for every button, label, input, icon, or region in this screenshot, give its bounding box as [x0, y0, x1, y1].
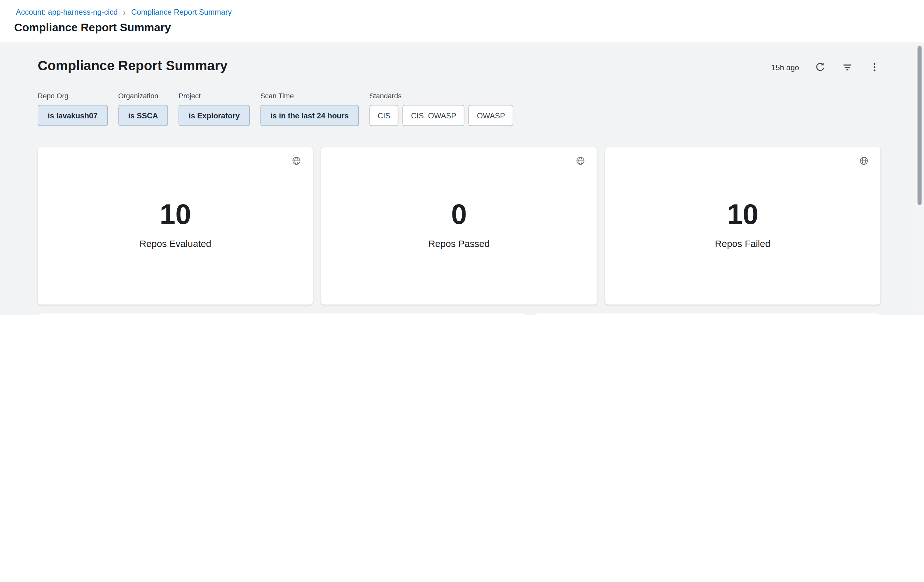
filter-label: Organization [118, 92, 168, 100]
stat-label: Repos Passed [429, 239, 490, 249]
filter-chip-repo-org[interactable]: is lavakush07 [38, 105, 107, 126]
breadcrumb-account-link[interactable]: Account: app-harness-ng-cicd [16, 8, 118, 16]
page-title: Compliance Report Summary [14, 21, 171, 34]
filter-label: Standards [370, 92, 513, 100]
scan-status-card: Scan Status [535, 313, 880, 315]
filter-label: Repo Org [38, 92, 107, 100]
stat-tiles-row: 10 Repos Evaluated 0 Repos Passed [38, 147, 880, 305]
app-window: Account: app-harness-ng-cicd › Complianc… [0, 0, 924, 315]
stat-card-repos-evaluated: 10 Repos Evaluated [38, 147, 313, 305]
standards-chip-cis-owasp[interactable]: CIS, OWASP [403, 105, 465, 126]
filter-chip-project[interactable]: is Exploratory [179, 105, 250, 126]
dashboard-actions: 15h ago [772, 61, 881, 73]
filter-chip-organization[interactable]: is SSCA [118, 105, 168, 126]
filter-project: Project is Exploratory [179, 92, 250, 126]
filter-icon[interactable] [842, 61, 853, 73]
filter-bar: Repo Org is lavakush07 Organization is S… [38, 92, 513, 126]
last-updated-label: 15h ago [772, 63, 799, 72]
latest-repositories-card: Latest Repositories Status Repo URL [38, 313, 526, 315]
bottom-row: Latest Repositories Status Repo URL [38, 313, 880, 315]
filter-label: Project [179, 92, 250, 100]
standards-chip-cis[interactable]: CIS [370, 105, 399, 126]
breadcrumb-chevron-icon: › [123, 7, 126, 16]
stat-label: Repos Evaluated [139, 239, 211, 249]
filter-repo-org: Repo Org is lavakush07 [38, 92, 107, 126]
filter-scan-time: Scan Time is in the last 24 hours [260, 92, 359, 126]
filter-standards: Standards CIS CIS, OWASP OWASP [370, 92, 513, 126]
scrollbar-track [914, 43, 924, 315]
stat-label: Repos Failed [715, 239, 771, 249]
breadcrumb-current-link[interactable]: Compliance Report Summary [131, 8, 232, 16]
dashboard-title: Compliance Report Summary [38, 58, 228, 74]
filter-label: Scan Time [260, 92, 359, 100]
standards-chip-group: CIS CIS, OWASP OWASP [370, 105, 513, 126]
globe-icon[interactable] [858, 155, 870, 167]
page-header: Account: app-harness-ng-cicd › Complianc… [0, 0, 924, 43]
scrollbar-thumb[interactable] [917, 46, 922, 205]
kebab-menu-icon[interactable] [868, 61, 880, 73]
globe-icon[interactable] [574, 155, 586, 167]
stat-value: 0 [451, 200, 467, 229]
stat-card-repos-passed: 0 Repos Passed [321, 147, 597, 305]
standards-chip-owasp[interactable]: OWASP [469, 105, 513, 126]
dashboard-area: Compliance Report Summary 15h ago [0, 43, 924, 315]
refresh-icon[interactable] [814, 61, 826, 73]
filter-organization: Organization is SSCA [118, 92, 168, 126]
breadcrumb: Account: app-harness-ng-cicd › Complianc… [16, 8, 232, 16]
stat-value: 10 [160, 200, 191, 229]
filter-chip-scan-time[interactable]: is in the last 24 hours [260, 105, 359, 126]
stat-value: 10 [727, 200, 758, 229]
globe-icon[interactable] [290, 155, 302, 167]
stat-card-repos-failed: 10 Repos Failed [605, 147, 880, 305]
